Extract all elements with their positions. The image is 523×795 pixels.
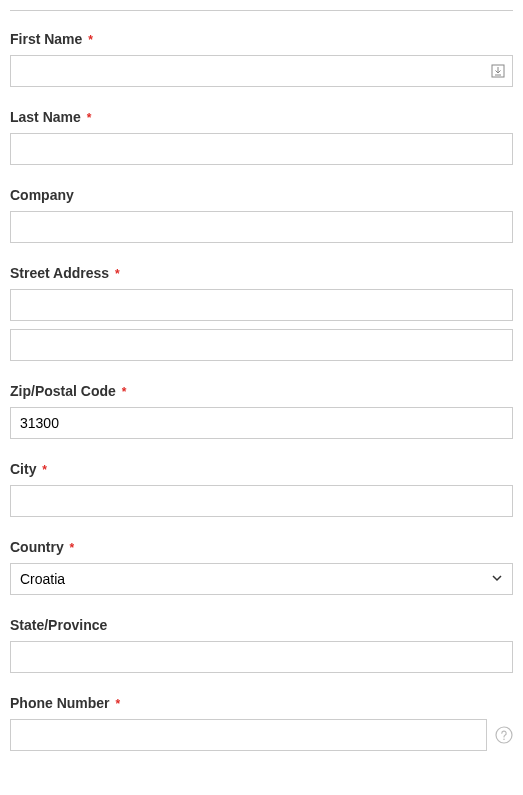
city-label: City *: [10, 461, 513, 477]
required-mark: *: [70, 541, 75, 555]
city-field: City *: [10, 461, 513, 517]
help-icon[interactable]: [495, 726, 513, 744]
required-mark: *: [88, 33, 93, 47]
svg-point-4: [503, 738, 505, 740]
country-label-text: Country: [10, 539, 64, 555]
required-mark: *: [115, 267, 120, 281]
last-name-label: Last Name *: [10, 109, 513, 125]
state-field: State/Province: [10, 617, 513, 673]
street-address-input-1[interactable]: [10, 289, 513, 321]
zip-label: Zip/Postal Code *: [10, 383, 513, 399]
company-input[interactable]: [10, 211, 513, 243]
first-name-label: First Name *: [10, 31, 513, 47]
company-label-text: Company: [10, 187, 74, 203]
first-name-field: First Name *: [10, 31, 513, 87]
zip-input[interactable]: [10, 407, 513, 439]
first-name-input[interactable]: [10, 55, 513, 87]
last-name-field: Last Name *: [10, 109, 513, 165]
company-label: Company: [10, 187, 513, 203]
city-input[interactable]: [10, 485, 513, 517]
last-name-label-text: Last Name: [10, 109, 81, 125]
phone-field: Phone Number *: [10, 695, 513, 751]
first-name-input-wrapper: [10, 55, 513, 87]
street-address-input-2[interactable]: [10, 329, 513, 361]
top-divider: [10, 10, 513, 11]
street-address-label: Street Address *: [10, 265, 513, 281]
phone-label: Phone Number *: [10, 695, 513, 711]
street-address-field: Street Address *: [10, 265, 513, 361]
street-address-label-text: Street Address: [10, 265, 109, 281]
phone-input[interactable]: [10, 719, 487, 751]
required-mark: *: [115, 697, 120, 711]
last-name-input[interactable]: [10, 133, 513, 165]
city-label-text: City: [10, 461, 36, 477]
zip-field: Zip/Postal Code *: [10, 383, 513, 439]
company-field: Company: [10, 187, 513, 243]
country-select[interactable]: Croatia: [10, 563, 513, 595]
phone-label-text: Phone Number: [10, 695, 110, 711]
state-input[interactable]: [10, 641, 513, 673]
first-name-label-text: First Name: [10, 31, 82, 47]
required-mark: *: [42, 463, 47, 477]
zip-label-text: Zip/Postal Code: [10, 383, 116, 399]
required-mark: *: [87, 111, 92, 125]
state-label-text: State/Province: [10, 617, 107, 633]
svg-point-3: [496, 727, 512, 743]
country-select-wrapper: Croatia: [10, 563, 513, 595]
phone-row: [10, 719, 513, 751]
country-field: Country * Croatia: [10, 539, 513, 595]
state-label: State/Province: [10, 617, 513, 633]
required-mark: *: [122, 385, 127, 399]
country-label: Country *: [10, 539, 513, 555]
